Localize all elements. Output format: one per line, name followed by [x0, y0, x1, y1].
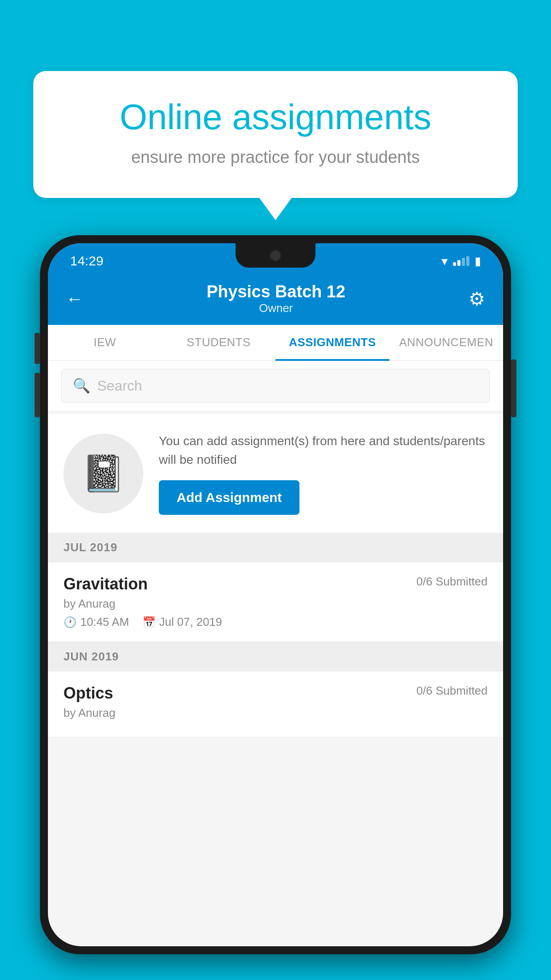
assignment-author-optics: by Anurag — [63, 706, 488, 720]
status-time: 14:29 — [70, 253, 103, 269]
assignment-author-gravitation: by Anurag — [63, 597, 488, 611]
tab-iew[interactable]: IEW — [48, 325, 162, 360]
bubble-title: Online assignments — [64, 98, 487, 137]
search-icon: 🔍 — [73, 377, 91, 394]
search-input-wrapper[interactable]: 🔍 Search — [61, 369, 490, 403]
volume-up-button — [35, 333, 40, 364]
assignment-item-optics[interactable]: Optics 0/6 Submitted by Anurag — [48, 672, 503, 737]
bubble-subtitle: ensure more practice for your students — [64, 148, 487, 167]
tabs-bar: IEW STUDENTS ASSIGNMENTS ANNOUNCEMEN — [48, 325, 503, 361]
volume-down-button — [35, 373, 40, 417]
search-placeholder: Search — [97, 378, 142, 394]
header-title: Physics Batch 12 — [207, 282, 346, 301]
header-subtitle: Owner — [207, 301, 346, 315]
assignment-submitted-gravitation: 0/6 Submitted — [417, 575, 488, 589]
assignment-name-optics: Optics — [63, 684, 113, 703]
phone-outer: 14:29 ▾ ▮ ← — [40, 235, 511, 954]
add-assignment-button[interactable]: Add Assignment — [159, 480, 299, 515]
notebook-icon-circle: 📓 — [63, 434, 143, 514]
notebook-icon: 📓 — [81, 453, 126, 494]
assignment-item-gravitation[interactable]: Gravitation 0/6 Submitted by Anurag 🕐 10… — [48, 562, 503, 642]
back-button[interactable]: ← — [66, 290, 83, 308]
assignment-meta-gravitation: 🕐 10:45 AM 📅 Jul 07, 2019 — [63, 615, 488, 629]
speech-bubble-container: Online assignments ensure more practice … — [33, 71, 518, 198]
status-icons: ▾ ▮ — [441, 254, 481, 269]
assignment-row-top-optics: Optics 0/6 Submitted — [63, 684, 488, 703]
speech-bubble: Online assignments ensure more practice … — [33, 71, 518, 198]
phone-wrapper: 14:29 ▾ ▮ ← — [40, 235, 511, 980]
wifi-icon: ▾ — [441, 254, 448, 269]
add-assignment-content: You can add assignment(s) from here and … — [159, 432, 488, 515]
phone-notch — [236, 243, 315, 268]
date-value-gravitation: Jul 07, 2019 — [159, 615, 222, 629]
add-assignment-section: 📓 You can add assignment(s) from here an… — [48, 414, 503, 533]
tab-assignments[interactable]: ASSIGNMENTS — [276, 325, 390, 360]
app-header: ← Physics Batch 12 Owner ⚙ — [48, 274, 503, 325]
phone-screen: 14:29 ▾ ▮ ← — [48, 243, 503, 946]
signal-bar-3 — [462, 258, 465, 266]
search-container: 🔍 Search — [48, 361, 503, 411]
battery-icon: ▮ — [475, 254, 481, 268]
camera-icon — [269, 249, 282, 262]
tab-announcements[interactable]: ANNOUNCEMEN — [390, 325, 504, 360]
header-center: Physics Batch 12 Owner — [207, 282, 346, 315]
signal-bar-1 — [453, 262, 456, 266]
section-header-jul: JUL 2019 — [48, 533, 503, 562]
add-assignment-description: You can add assignment(s) from here and … — [159, 432, 488, 469]
signal-bars-icon — [453, 256, 469, 266]
signal-bar-2 — [457, 260, 460, 266]
meta-date-gravitation: 📅 Jul 07, 2019 — [142, 615, 222, 629]
tab-students[interactable]: STUDENTS — [162, 325, 276, 360]
settings-button[interactable]: ⚙ — [468, 288, 485, 310]
signal-bar-4 — [466, 256, 469, 266]
meta-time-gravitation: 🕐 10:45 AM — [63, 615, 129, 629]
assignment-submitted-optics: 0/6 Submitted — [417, 684, 488, 698]
power-button — [511, 360, 516, 417]
time-value-gravitation: 10:45 AM — [80, 615, 129, 629]
calendar-icon: 📅 — [142, 616, 156, 628]
clock-icon: 🕐 — [63, 616, 77, 628]
assignment-row-top: Gravitation 0/6 Submitted — [63, 575, 488, 593]
assignment-name-gravitation: Gravitation — [63, 575, 148, 593]
section-header-jun: JUN 2019 — [48, 642, 503, 672]
